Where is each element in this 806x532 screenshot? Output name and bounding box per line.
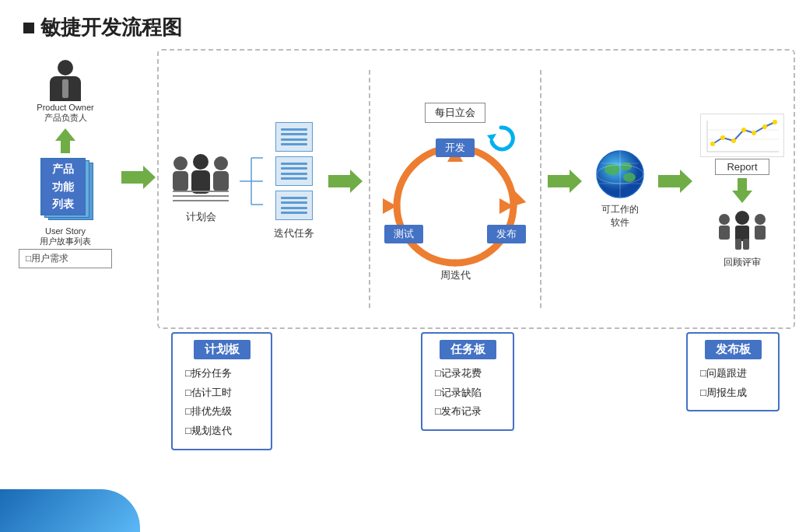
plan-board-title: 计划板	[194, 340, 251, 359]
task-item-0: □记录花费	[435, 364, 500, 383]
arrow2-right	[328, 170, 363, 208]
planning-label: 计划会	[186, 210, 216, 224]
vsep2	[540, 70, 541, 308]
iteration-label: 迭代任务	[274, 226, 314, 240]
product-line1: 产品	[52, 160, 74, 177]
task-list-1	[275, 122, 313, 152]
software-label1: 可工作的	[601, 203, 639, 216]
svg-point-41	[762, 124, 767, 129]
planning-col: 计划会	[162, 154, 240, 224]
user-demand-box: □用户需求	[19, 249, 112, 268]
svg-rect-51	[755, 226, 766, 240]
release-board-panel: 发布板 □问题跟进 □周报生成	[686, 332, 780, 411]
task-list-3	[275, 191, 313, 220]
svg-rect-46	[735, 239, 741, 250]
plan-item-1: □估计工时	[185, 383, 258, 403]
arrow4-right	[658, 170, 692, 208]
svg-rect-49	[719, 226, 730, 240]
software-label2: 软件	[611, 216, 629, 229]
svg-marker-31	[658, 170, 692, 193]
svg-point-6	[214, 156, 228, 170]
left-panel: Product Owner 产品负责人 产品 功能 列表 User Story …	[11, 49, 120, 329]
release-label: 发布	[487, 225, 526, 243]
test-label: 测试	[384, 225, 423, 243]
sprint-cycle: 开发 测试 发布	[381, 132, 529, 276]
svg-point-40	[752, 131, 756, 135]
review-col: Report 回顾评审	[696, 109, 789, 269]
connector-lines	[240, 142, 263, 236]
product-line3: 列表	[52, 195, 74, 212]
product-owner-icon	[50, 60, 81, 101]
down-arrow-icon	[55, 128, 75, 153]
svg-point-44	[735, 211, 749, 225]
task-item-1: □记录缺陷	[435, 383, 500, 403]
svg-point-4	[193, 154, 209, 170]
svg-point-37	[720, 135, 725, 140]
user-story-sub: 用户故事列表	[40, 236, 91, 247]
iteration-col: 迭代任务	[263, 122, 325, 256]
svg-rect-7	[213, 171, 229, 191]
main-dashed-box: 计划会	[157, 49, 795, 329]
product-owner-label1: Product Owner	[37, 103, 93, 112]
svg-rect-3	[173, 171, 188, 191]
product-owner-label2: 产品负责人	[44, 112, 87, 124]
bottom-area: 计划板 □拆分任务 □估计工时 □排优先级 □规划迭代 任务板 □记录花费 □记…	[11, 332, 795, 450]
svg-marker-43	[732, 178, 752, 203]
svg-point-39	[741, 128, 746, 132]
plan-board-panel: 计划板 □拆分任务 □估计工时 □排优先级 □规划迭代	[171, 332, 272, 450]
release-board-title: 发布板	[705, 340, 762, 359]
svg-point-38	[731, 138, 736, 143]
svg-point-48	[719, 214, 730, 225]
release-item-1: □周报生成	[700, 383, 766, 403]
release-board-items: □问题跟进 □周报生成	[700, 364, 766, 402]
arrow1-right	[121, 49, 156, 329]
title-area: 敏捷开发流程图	[0, 0, 806, 49]
meeting-icon	[166, 154, 235, 207]
svg-marker-1	[121, 166, 156, 189]
software-col: 可工作的 软件	[585, 149, 655, 229]
svg-marker-22	[548, 170, 582, 193]
globe-icon	[595, 149, 646, 200]
daily-standup-box: 每日立会	[425, 103, 485, 123]
plan-item-2: □排优先级	[185, 402, 258, 422]
task-list-2	[275, 156, 313, 186]
plan-item-0: □拆分任务	[185, 364, 258, 383]
user-demand-text: □用户需求	[26, 253, 68, 264]
arrow3-right	[548, 170, 582, 208]
svg-point-36	[710, 142, 715, 146]
svg-point-50	[755, 214, 766, 225]
plan-board-items: □拆分任务 □估计工时 □排优先级 □规划迭代	[185, 364, 258, 441]
svg-rect-47	[743, 239, 749, 250]
review-label: 回顾评审	[724, 256, 761, 269]
report-chart	[700, 114, 784, 157]
plan-item-3: □规划迭代	[185, 422, 258, 441]
svg-point-42	[773, 120, 777, 124]
task-item-2: □发布记录	[435, 402, 500, 422]
report-label: Report	[715, 159, 769, 175]
page-title: 敏捷开发流程图	[40, 14, 182, 41]
product-line2: 功能	[52, 178, 74, 195]
vsep1	[369, 70, 370, 308]
task-board-items: □记录花费 □记录缺陷 □发布记录	[435, 364, 500, 422]
svg-rect-5	[191, 170, 210, 194]
up-arrow-icon	[732, 178, 752, 206]
title-square-icon	[23, 23, 34, 33]
svg-marker-16	[328, 170, 363, 193]
sprint-col: 每日立会	[373, 96, 537, 282]
product-list-box: 产品 功能 列表	[40, 158, 99, 222]
task-board-title: 任务板	[440, 340, 496, 359]
svg-point-26	[623, 173, 636, 182]
bottom-wave-decoration	[0, 489, 140, 532]
release-item-0: □问题跟进	[700, 364, 766, 383]
user-story-label: User Story	[45, 226, 86, 236]
review-people-icon	[713, 209, 772, 254]
daily-label-text: 每日立会	[435, 107, 475, 118]
svg-marker-0	[55, 128, 75, 153]
svg-point-2	[173, 156, 187, 170]
task-board-panel: 任务板 □记录花费 □记录缺陷 □发布记录	[421, 332, 514, 431]
dev-label: 开发	[436, 138, 475, 157]
